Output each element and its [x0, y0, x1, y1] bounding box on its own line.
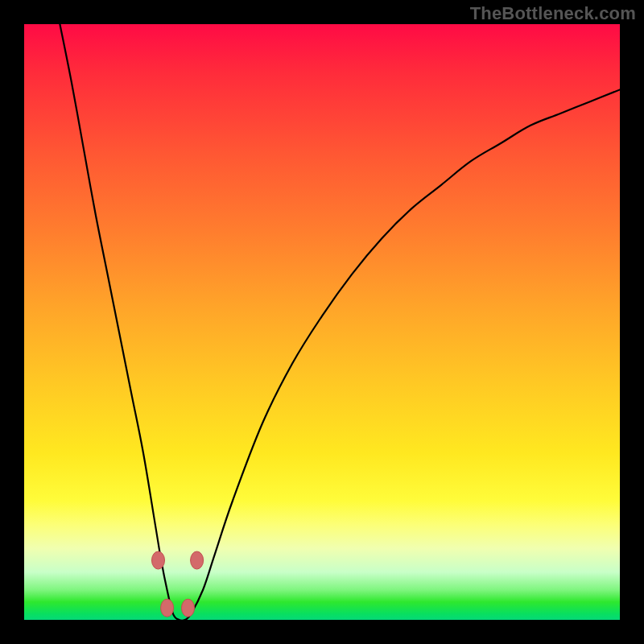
bottleneck-curve — [60, 24, 620, 620]
curve-marker — [182, 599, 195, 617]
curve-marker — [191, 551, 204, 569]
watermark-text: TheBottleneck.com — [470, 3, 636, 24]
chart-frame: TheBottleneck.com — [0, 0, 644, 644]
plot-area — [24, 24, 620, 620]
curve-markers — [152, 551, 204, 617]
curve-svg — [24, 24, 620, 620]
curve-marker — [152, 551, 165, 569]
curve-marker — [161, 599, 174, 617]
